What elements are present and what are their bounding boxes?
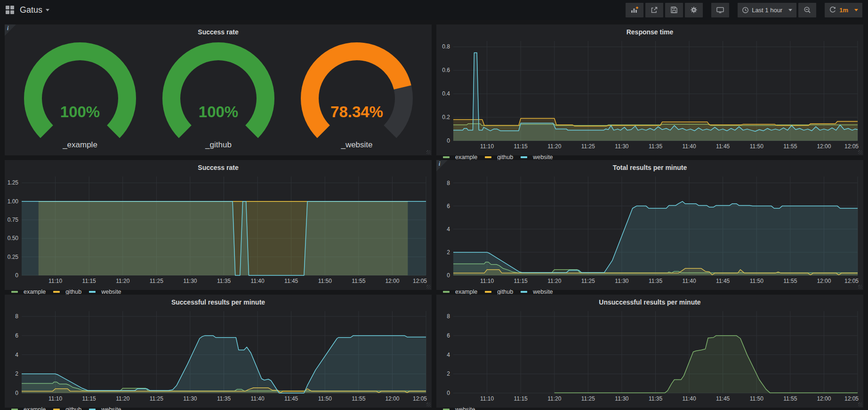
svg-text:0: 0 xyxy=(15,272,18,279)
svg-text:11:55: 11:55 xyxy=(352,395,365,402)
legend-item-_website[interactable]: _website xyxy=(89,406,121,410)
svg-text:12:05: 12:05 xyxy=(844,278,859,284)
panel-info-corner-icon[interactable]: i xyxy=(436,160,448,171)
gauge-_example: 100%_example xyxy=(16,38,144,151)
legend-item-_github[interactable]: _github xyxy=(53,289,81,295)
save-button[interactable] xyxy=(665,3,683,17)
panel-info-corner-icon[interactable]: i xyxy=(5,24,16,36)
chart-legend: _website xyxy=(436,405,863,410)
legend-series-name: _example xyxy=(20,406,46,410)
svg-text:11:40: 11:40 xyxy=(251,278,265,284)
svg-text:11:40: 11:40 xyxy=(683,143,696,150)
svg-text:11:55: 11:55 xyxy=(352,278,365,284)
panel-response-time: Response time 00.20.40.60.811:1011:1511:… xyxy=(436,24,863,155)
legend-series-name: _github xyxy=(62,406,81,410)
legend-item-_website[interactable]: _website xyxy=(521,289,553,295)
success-rate-chart[interactable]: 00.250.500.751.001.2511:1011:1511:2011:2… xyxy=(5,173,432,288)
gauge-label: _example xyxy=(62,140,97,149)
panel-title[interactable]: Unsuccessful results per minute xyxy=(436,295,863,307)
panel-title[interactable]: Success rate xyxy=(5,24,432,37)
legend-series-name: _github xyxy=(62,289,81,295)
legend-color-dash xyxy=(485,156,491,158)
panel-success-rate-gauges: i Success rate 100%_example100%_github78… xyxy=(5,24,432,155)
panel-title[interactable]: Success rate xyxy=(5,160,432,173)
total-results-chart[interactable]: 0246811:1011:1511:2011:2511:3011:3511:40… xyxy=(436,173,863,288)
svg-text:8: 8 xyxy=(447,180,450,186)
unsuccessful-results-chart[interactable]: 0246811:1011:1511:2011:2511:3011:3511:40… xyxy=(436,307,863,405)
legend-item-_example[interactable]: _example xyxy=(443,154,477,161)
gauge-value: 100% xyxy=(198,103,238,121)
refresh-button[interactable]: 1m xyxy=(825,3,862,17)
legend-color-dash xyxy=(53,291,60,293)
settings-button[interactable] xyxy=(685,3,703,17)
panel-title[interactable]: Response time xyxy=(436,24,863,37)
legend-item-_website[interactable]: _website xyxy=(521,154,553,161)
svg-text:0.50: 0.50 xyxy=(8,235,19,241)
svg-text:0.8: 0.8 xyxy=(442,43,450,50)
svg-text:11:10: 11:10 xyxy=(48,278,62,284)
legend-item-_example[interactable]: _example xyxy=(11,289,46,295)
svg-text:4: 4 xyxy=(447,226,450,233)
svg-text:11:40: 11:40 xyxy=(683,395,696,402)
zoom-out-button[interactable] xyxy=(798,3,816,17)
navbar-toolbar: Last 1 hour 1m xyxy=(617,3,862,17)
svg-text:0.6: 0.6 xyxy=(442,67,450,73)
svg-text:12:05: 12:05 xyxy=(844,143,859,150)
legend-item-_github[interactable]: _github xyxy=(485,154,513,161)
svg-text:1.25: 1.25 xyxy=(8,179,19,186)
legend-item-_github[interactable]: _github xyxy=(485,289,513,295)
gauge-label: _github xyxy=(205,140,232,149)
chart-canvas: 0246811:1011:1511:2011:2511:3011:3511:40… xyxy=(436,173,863,286)
gauge-label: _website xyxy=(340,140,372,149)
share-button[interactable] xyxy=(645,3,663,17)
svg-text:11:55: 11:55 xyxy=(783,395,797,402)
svg-text:11:20: 11:20 xyxy=(547,143,561,150)
panel-title[interactable]: Total results per minute xyxy=(436,160,863,173)
svg-text:11:10: 11:10 xyxy=(480,395,494,402)
legend-item-_website[interactable]: _website xyxy=(443,406,475,410)
svg-text:11:30: 11:30 xyxy=(183,395,197,402)
svg-text:12:05: 12:05 xyxy=(844,395,859,402)
dashboard-title[interactable]: Gatus xyxy=(20,5,42,15)
gauge-value: 78.34% xyxy=(330,103,383,121)
svg-text:11:50: 11:50 xyxy=(318,278,332,284)
svg-text:12:00: 12:00 xyxy=(817,143,831,150)
svg-text:11:35: 11:35 xyxy=(217,278,231,284)
legend-item-_github[interactable]: _github xyxy=(53,406,81,410)
add-panel-button[interactable] xyxy=(626,3,643,17)
chart-canvas: 0246811:1011:1511:2011:2511:3011:3511:40… xyxy=(436,307,863,403)
apps-grid-icon[interactable] xyxy=(6,6,14,14)
svg-text:11:20: 11:20 xyxy=(547,395,561,402)
svg-text:4: 4 xyxy=(15,352,18,358)
svg-text:11:50: 11:50 xyxy=(750,143,764,150)
svg-text:0: 0 xyxy=(447,390,450,396)
tv-mode-button[interactable] xyxy=(711,3,729,17)
panel-total-results: i Total results per minute 0246811:1011:… xyxy=(436,160,863,290)
panel-unsuccessful-results: Unsuccessful results per minute 0246811:… xyxy=(436,295,863,408)
svg-text:11:15: 11:15 xyxy=(82,278,96,284)
legend-item-_example[interactable]: _example xyxy=(11,406,46,410)
legend-item-_website[interactable]: _website xyxy=(89,289,121,295)
caret-down-icon[interactable] xyxy=(46,9,49,11)
svg-text:11:40: 11:40 xyxy=(683,278,696,284)
legend-item-_example[interactable]: _example xyxy=(443,289,477,295)
svg-text:11:40: 11:40 xyxy=(251,395,265,402)
refresh-interval-label: 1m xyxy=(839,7,848,14)
caret-down-icon xyxy=(788,9,792,11)
svg-text:11:10: 11:10 xyxy=(480,278,494,284)
svg-text:1.00: 1.00 xyxy=(8,198,19,205)
svg-text:11:45: 11:45 xyxy=(716,278,730,284)
svg-text:6: 6 xyxy=(447,203,450,209)
legend-series-name: _example xyxy=(20,289,46,295)
svg-text:2: 2 xyxy=(447,249,450,256)
svg-text:12:00: 12:00 xyxy=(817,278,831,284)
panel-title[interactable]: Successful results per minute xyxy=(5,295,432,307)
svg-text:0.75: 0.75 xyxy=(8,217,19,223)
svg-text:11:50: 11:50 xyxy=(318,395,332,402)
time-range-button[interactable]: Last 1 hour xyxy=(738,3,796,17)
refresh-icon xyxy=(829,6,836,14)
legend-color-dash xyxy=(521,291,527,293)
successful-results-chart[interactable]: 0246811:1011:1511:2011:2511:3011:3511:40… xyxy=(5,307,432,405)
response-time-chart[interactable]: 00.20.40.60.811:1011:1511:2011:2511:3011… xyxy=(436,37,863,153)
legend-series-name: _github xyxy=(494,289,513,295)
